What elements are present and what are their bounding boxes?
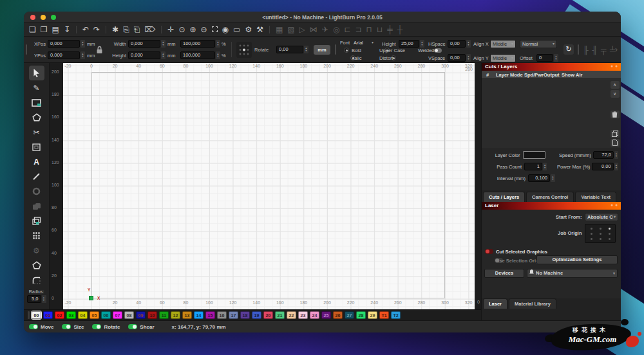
- minimize-window-button[interactable]: [41, 15, 46, 20]
- tab-variable-text[interactable]: Variable Text: [575, 192, 616, 202]
- status-toggle-move[interactable]: Move: [29, 324, 53, 330]
- layer-color-12[interactable]: 12: [171, 311, 180, 319]
- interval-spinner[interactable]: [551, 174, 555, 182]
- xpos-spinner[interactable]: [80, 40, 85, 48]
- align-bottom-icon[interactable]: ⊔: [377, 25, 383, 34]
- optimization-settings-button[interactable]: Optimization Settings: [536, 255, 618, 264]
- column-header-show[interactable]: Show: [562, 72, 574, 78]
- layer-color-01[interactable]: 01: [43, 311, 53, 319]
- ungroup-icon[interactable]: ▧: [287, 25, 294, 34]
- layer-color-T2[interactable]: T2: [391, 311, 401, 319]
- delete-icon[interactable]: ⌦: [144, 25, 155, 34]
- layer-color-23[interactable]: 23: [298, 311, 308, 319]
- status-toggle-shear[interactable]: Shear: [128, 324, 154, 330]
- height-input[interactable]: 0,000: [128, 51, 160, 59]
- layer-color-T1[interactable]: T1: [379, 311, 389, 319]
- column-header-air[interactable]: Air: [576, 72, 582, 78]
- refresh-icon[interactable]: ↻: [564, 44, 574, 55]
- layer-color-02[interactable]: 02: [55, 311, 64, 319]
- layer-color-21[interactable]: 21: [275, 311, 285, 319]
- font-family-dropdown[interactable]: Arial: [354, 40, 363, 46]
- text-height-input[interactable]: 25,00: [399, 40, 419, 48]
- group-icon[interactable]: ▦: [276, 25, 283, 34]
- move-toggle-icon[interactable]: [29, 324, 38, 329]
- select-tool[interactable]: [29, 66, 44, 80]
- layer-copy-icon[interactable]: [611, 130, 620, 138]
- paste-icon[interactable]: ⎗: [134, 25, 140, 34]
- job-origin-selector[interactable]: [585, 224, 616, 243]
- layer-list[interactable]: ∧∨: [482, 79, 621, 148]
- panel-header-buttons[interactable]: [611, 204, 618, 207]
- mirror-icon[interactable]: ⋈: [310, 25, 317, 34]
- tab-material-library[interactable]: Material Library: [509, 298, 556, 309]
- align-y-dropdown[interactable]: Middle▾: [490, 54, 516, 62]
- pan-icon[interactable]: ✛: [167, 25, 174, 34]
- close-window-button[interactable]: [30, 15, 35, 20]
- text-tool[interactable]: A: [29, 154, 44, 169]
- offset-spinner[interactable]: [554, 54, 558, 62]
- rotate-input[interactable]: 0,00: [276, 46, 303, 53]
- origin-selector[interactable]: [236, 42, 252, 58]
- copy-icon[interactable]: ⎘: [123, 25, 129, 34]
- layer-color-04[interactable]: 04: [78, 311, 88, 319]
- save-file-icon[interactable]: ▤: [52, 25, 59, 34]
- power-max-spinner[interactable]: [614, 163, 618, 170]
- pass-count-input[interactable]: 1: [524, 163, 542, 170]
- toolbar-grip[interactable]: [26, 44, 27, 55]
- maximize-window-button[interactable]: [51, 15, 56, 20]
- measure-tool[interactable]: [29, 169, 44, 184]
- layer-color-25[interactable]: 25: [321, 311, 331, 319]
- workspace-grid[interactable]: Y X -20020406080100120140160180200220240…: [63, 63, 475, 309]
- zoom-page-icon[interactable]: ⊙: [178, 25, 185, 34]
- width-spinner[interactable]: [161, 40, 166, 48]
- status-toggle-size[interactable]: Size: [62, 324, 84, 330]
- radius-input[interactable]: 5,0: [27, 295, 41, 303]
- layer-down-icon[interactable]: ∨: [611, 90, 620, 98]
- new-file-icon[interactable]: ❏: [29, 25, 36, 34]
- width-percent-spinner[interactable]: [216, 40, 220, 48]
- layer-color-24[interactable]: 24: [310, 311, 319, 319]
- height-spinner[interactable]: [161, 51, 166, 59]
- paste-special-icon[interactable]: ✱: [112, 25, 118, 34]
- layer-color-16[interactable]: 16: [217, 311, 227, 319]
- radius-spinner[interactable]: [42, 295, 46, 303]
- column-header-layer[interactable]: Layer: [496, 72, 509, 78]
- bold-checkbox[interactable]: [344, 48, 349, 53]
- tab-camera-control[interactable]: Camera Control: [526, 192, 574, 202]
- distribute-icon[interactable]: ╪: [387, 25, 393, 34]
- zoom-out-icon[interactable]: ⊖: [201, 25, 207, 34]
- import-icon[interactable]: ↧: [64, 25, 70, 34]
- polygon-outline-tool[interactable]: [29, 258, 44, 273]
- column-header-spd-pwr[interactable]: Spd/Pwr: [524, 72, 544, 78]
- layer-color-22[interactable]: 22: [287, 311, 296, 319]
- vspace-input[interactable]: 0,00: [448, 54, 466, 62]
- welded-toggle[interactable]: [434, 48, 442, 53]
- layer-color-00[interactable]: 00: [32, 311, 41, 319]
- redo-icon[interactable]: ↷: [93, 25, 100, 34]
- text-style-dropdown[interactable]: Normal▾: [520, 40, 557, 48]
- layer-color-17[interactable]: 17: [229, 311, 238, 319]
- height-percent-spinner[interactable]: [216, 51, 220, 59]
- layer-color-28[interactable]: 28: [356, 311, 366, 319]
- canvas[interactable]: Y X -20020406080100120140160180200220240…: [50, 63, 481, 309]
- undo-icon[interactable]: ↶: [82, 25, 89, 34]
- position-icon[interactable]: ┼: [397, 25, 403, 34]
- panel-header-buttons[interactable]: [611, 65, 618, 68]
- text-height-spinner[interactable]: [420, 40, 424, 48]
- width-percent-input[interactable]: 100,000: [180, 40, 215, 48]
- layer-color-08[interactable]: 08: [124, 311, 134, 319]
- layer-color-27[interactable]: 27: [345, 311, 354, 319]
- distribute-h-icon[interactable]: ╟: [583, 46, 589, 55]
- layer-color-26[interactable]: 26: [333, 311, 343, 319]
- layer-color-29[interactable]: 29: [368, 311, 377, 319]
- speed-spinner[interactable]: [614, 151, 618, 159]
- focus-icon[interactable]: ◎: [333, 25, 339, 34]
- edit-nodes-tool[interactable]: ✂: [29, 125, 44, 140]
- tab-laser[interactable]: Laser: [483, 298, 507, 309]
- ypos-input[interactable]: 0,000: [48, 51, 80, 59]
- ypos-spinner[interactable]: [80, 51, 85, 59]
- layer-color-07[interactable]: 07: [113, 311, 122, 319]
- gear-tool[interactable]: ⚙: [29, 243, 44, 258]
- layer-color-14[interactable]: 14: [194, 311, 204, 319]
- rotate-toggle-icon[interactable]: [92, 324, 101, 329]
